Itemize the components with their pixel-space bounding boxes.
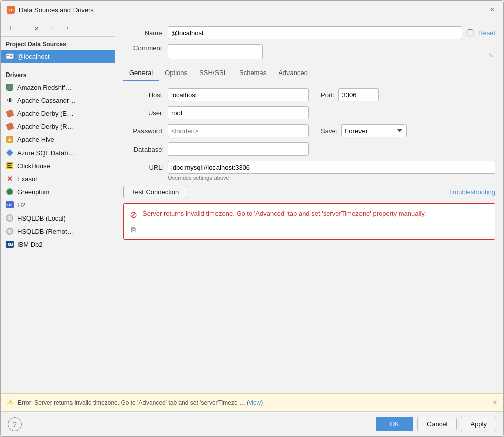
save-select[interactable]: Forever Until restart Never (341, 124, 407, 137)
main-content: + − » ← → Project Data Sources (1, 19, 503, 393)
driver-label: IBM Db2 (17, 241, 43, 248)
remove-button[interactable]: − (18, 22, 30, 33)
notification-close[interactable]: × (493, 398, 497, 407)
driver-azure-sql[interactable]: Azure SQL Datab… (1, 146, 115, 159)
tab-advanced[interactable]: Advanced (272, 66, 314, 81)
sidebar: + − » ← → Project Data Sources (1, 19, 115, 393)
ok-button[interactable]: OK (376, 417, 413, 431)
troubleshooting-link[interactable]: Troubleshooting (449, 188, 495, 196)
comment-wrapper: ⤡ (168, 44, 495, 61)
driver-apache-hive[interactable]: Apache Hive (1, 133, 115, 146)
driver-label: Amazon Redshif… (17, 84, 71, 91)
driver-greenplum[interactable]: Greenplum (1, 185, 115, 198)
loading-spinner (466, 29, 474, 37)
help-button[interactable]: ? (8, 417, 22, 431)
url-label: URL: (123, 164, 164, 171)
data-sources-dialog: D Data Sources and Drivers × + − » ← → P… (0, 0, 504, 437)
forward-button[interactable]: → (60, 22, 73, 33)
localhost-icon (6, 52, 14, 60)
driver-clickhouse[interactable]: ClickHouse (1, 159, 115, 172)
tab-schemas[interactable]: Schemas (233, 66, 272, 81)
cancel-button[interactable]: Cancel (417, 417, 457, 431)
url-input[interactable] (168, 161, 495, 174)
svg-text:D: D (9, 8, 12, 12)
sidebar-item-localhost[interactable]: @localhost (1, 50, 115, 63)
database-label: Database: (123, 145, 164, 153)
test-connection-row: Test Connection Troubleshooting (123, 186, 495, 198)
comment-input[interactable] (168, 44, 263, 59)
password-row: Password: Save: Forever Until restart Ne… (123, 124, 495, 137)
add-button[interactable]: + (5, 22, 17, 33)
driver-label: Exasol (17, 175, 37, 183)
comment-row: Comment: ⤡ (123, 44, 495, 61)
close-button[interactable]: × (487, 5, 497, 15)
reset-link[interactable]: Reset (478, 29, 495, 37)
warning-icon: ⚠ (7, 398, 14, 407)
tab-general[interactable]: General (123, 66, 159, 81)
back-button[interactable]: ← (47, 22, 59, 33)
driver-ibm-db2[interactable]: IBM IBM Db2 (1, 238, 115, 251)
name-input-wrapper (168, 26, 474, 39)
port-label: Port: (321, 91, 334, 99)
copy-icon[interactable]: ⎘ (131, 226, 136, 234)
svg-rect-3 (7, 55, 9, 56)
driver-hsqldb-local[interactable]: HSQLDB (Local) (1, 211, 115, 225)
drivers-section-label: Drivers (1, 69, 115, 81)
apache-derby-e-icon (6, 109, 14, 117)
driver-label: HSQLDB (Local) (17, 214, 66, 222)
database-input[interactable] (168, 142, 309, 156)
comment-label: Comment: (123, 44, 164, 52)
tab-ssh-ssl[interactable]: SSH/SSL (193, 66, 233, 81)
name-label: Name: (123, 29, 164, 37)
error-icon: ⊘ (130, 209, 137, 221)
expand-icon[interactable]: ⤡ (488, 52, 493, 59)
greenplum-icon (6, 188, 14, 196)
azure-sql-icon (6, 149, 14, 157)
driver-label: Apache Hive (17, 136, 54, 143)
password-input[interactable] (168, 124, 309, 137)
h2-icon: H2 (6, 201, 14, 209)
sidebar-toolbar: + − » ← → (1, 19, 115, 37)
notification-bar: ⚠ Error: Server returns invalid timezone… (1, 393, 503, 411)
driver-apache-derby-e[interactable]: Apache Derby (E… (1, 107, 115, 120)
error-box: ⊘ ⎘ Server returns invalid timezone. Go … (123, 203, 495, 240)
error-icons-col: ⊘ ⎘ (130, 209, 137, 234)
project-section-label: Project Data Sources (1, 37, 115, 50)
driver-label: ClickHouse (17, 162, 50, 170)
driver-h2[interactable]: H2 H2 (1, 198, 115, 211)
app-icon: D (7, 6, 15, 14)
driver-label: Apache Cassandr… (17, 97, 76, 104)
driver-apache-derby-r[interactable]: Apache Derby (R… (1, 120, 115, 133)
host-label: Host: (123, 91, 164, 99)
driver-label: H2 (17, 201, 26, 209)
name-input[interactable] (168, 26, 462, 39)
test-connection-button[interactable]: Test Connection (123, 186, 187, 198)
apache-cassandra-icon: 👁 (6, 96, 14, 104)
driver-label: HSQLDB (Remot… (17, 228, 74, 235)
view-link[interactable]: view (249, 399, 261, 406)
more-button[interactable]: » (31, 22, 43, 33)
driver-amazon-redshift[interactable]: Amazon Redshif… (1, 81, 115, 94)
port-input[interactable] (338, 88, 379, 101)
hsqldb-local-icon (6, 214, 14, 222)
database-row: Database: (123, 142, 495, 156)
tabs-bar: General Options SSH/SSL Schemas Advanced (123, 66, 495, 81)
url-row: URL: (123, 161, 495, 174)
driver-label: Azure SQL Datab… (17, 149, 75, 157)
apply-button[interactable]: Apply (461, 417, 496, 431)
driver-label: Apache Derby (R… (17, 123, 74, 130)
footer-buttons: OK Cancel Apply (376, 417, 496, 431)
clickhouse-icon (6, 162, 14, 170)
driver-hsqldb-remote[interactable]: HSQLDB (Remot… (1, 225, 115, 238)
driver-label: Apache Derby (E… (17, 110, 74, 117)
dialog-title: Data Sources and Drivers (19, 6, 483, 14)
driver-exasol[interactable]: ✕ Exasol (1, 172, 115, 185)
toolbar-separator (45, 24, 45, 32)
driver-apache-cassandra[interactable]: 👁 Apache Cassandr… (1, 94, 115, 107)
tab-options[interactable]: Options (159, 66, 193, 81)
svg-point-4 (10, 55, 12, 57)
user-input[interactable] (168, 106, 309, 119)
ibm-db2-icon: IBM (6, 240, 14, 248)
host-input[interactable] (168, 88, 309, 101)
apache-derby-r-icon (6, 122, 14, 130)
